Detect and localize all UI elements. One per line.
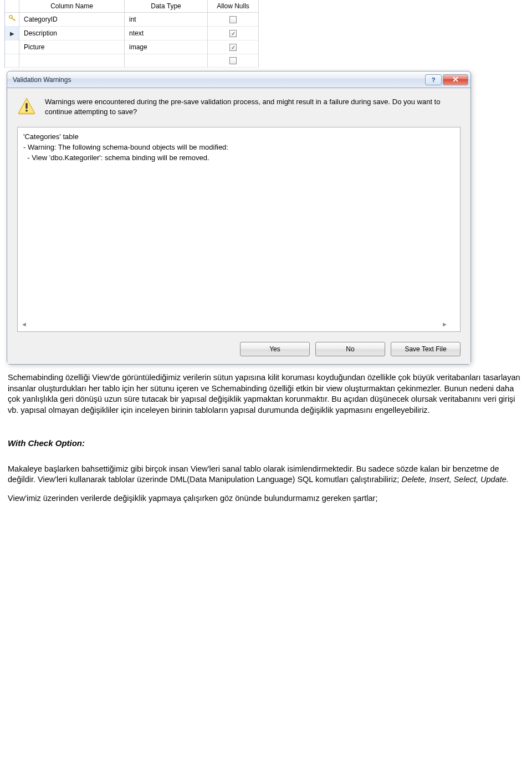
row-gutter-selected: ▶ — [5, 27, 19, 40]
primary-key-icon — [8, 14, 16, 24]
details-scrollbar[interactable]: ◄ ► — [21, 320, 448, 329]
svg-point-2 — [25, 110, 28, 112]
help-button[interactable]: ? — [425, 74, 442, 85]
table-header: Column Name Data Type Allow Nulls — [5, 0, 270, 13]
cell-allow-nulls[interactable]: ✓ — [208, 27, 259, 40]
row-gutter — [5, 54, 19, 68]
checkbox-unchecked[interactable] — [229, 57, 237, 64]
details-line: 'Categories' table — [23, 132, 454, 142]
cell-column-name[interactable]: Picture — [19, 40, 125, 54]
warning-icon — [17, 97, 36, 118]
article-paragraph: Makaleye başlarken bahsettiğimiz gibi bi… — [8, 464, 525, 485]
save-text-file-button[interactable]: Save Text File — [391, 342, 461, 356]
article-paragraph: Schemabinding özelliği View'de görüntüle… — [8, 372, 525, 416]
cell-allow-nulls[interactable] — [208, 54, 259, 68]
article-emphasis: Delete, Insert, Select, Update. — [401, 475, 508, 484]
no-button[interactable]: No — [315, 342, 385, 356]
dialog-titlebar[interactable]: Validation Warnings ? — [7, 71, 470, 88]
table-row[interactable]: CategoryID int — [5, 13, 270, 27]
cell-column-name[interactable]: Description — [19, 27, 125, 40]
article-paragraph: View'imiz üzerinden verilerde değişiklik… — [8, 493, 525, 504]
svg-rect-1 — [25, 103, 27, 109]
cell-allow-nulls[interactable]: ✓ — [208, 40, 259, 54]
header-data-type: Data Type — [125, 0, 208, 13]
cell-data-type[interactable] — [125, 54, 208, 68]
close-button[interactable] — [443, 74, 468, 85]
table-row[interactable]: ▶ Description ntext ✓ — [5, 27, 270, 40]
checkbox-checked[interactable]: ✓ — [229, 44, 237, 51]
dialog-title: Validation Warnings — [13, 76, 71, 84]
checkbox-checked[interactable]: ✓ — [229, 30, 237, 37]
scroll-left-icon[interactable]: ◄ — [21, 320, 27, 329]
header-column-name: Column Name — [19, 0, 125, 13]
details-line: - Warning: The following schema-bound ob… — [23, 142, 454, 153]
dialog-details[interactable]: 'Categories' table - Warning: The follow… — [17, 127, 461, 332]
row-selector-icon: ▶ — [10, 30, 14, 37]
cell-data-type[interactable]: int — [125, 13, 208, 27]
cell-allow-nulls[interactable] — [208, 13, 259, 27]
column-designer-table: Column Name Data Type Allow Nulls Catego… — [4, 0, 270, 68]
row-gutter-key — [5, 13, 19, 27]
dialog-message: Warnings were encountered during the pre… — [45, 97, 461, 118]
checkbox-unchecked[interactable] — [229, 16, 237, 23]
row-gutter — [5, 40, 19, 54]
yes-button[interactable]: Yes — [240, 342, 310, 356]
article-body: Schemabinding özelliği View'de görüntüle… — [0, 365, 532, 504]
titlebar-buttons: ? — [425, 74, 468, 85]
details-line: - View 'dbo.Kategoriler': schema binding… — [23, 153, 454, 163]
header-gutter — [5, 0, 19, 13]
table-row[interactable]: Picture image ✓ — [5, 40, 270, 54]
cell-data-type[interactable]: image — [125, 40, 208, 54]
cell-column-name[interactable]: CategoryID — [19, 13, 125, 27]
header-allow-nulls: Allow Nulls — [208, 0, 259, 13]
table-row-empty[interactable] — [5, 54, 270, 68]
cell-column-name[interactable] — [19, 54, 125, 68]
dialog-body: Warnings were encountered during the pre… — [7, 88, 470, 364]
validation-warnings-dialog: Validation Warnings ? Warnings were enco… — [7, 71, 471, 365]
article-heading: With Check Option: — [8, 438, 525, 449]
scroll-right-icon[interactable]: ► — [442, 320, 448, 329]
dialog-button-row: Yes No Save Text File — [17, 342, 461, 356]
cell-data-type[interactable]: ntext — [125, 27, 208, 40]
dialog-message-row: Warnings were encountered during the pre… — [17, 97, 461, 118]
close-icon — [453, 76, 458, 83]
